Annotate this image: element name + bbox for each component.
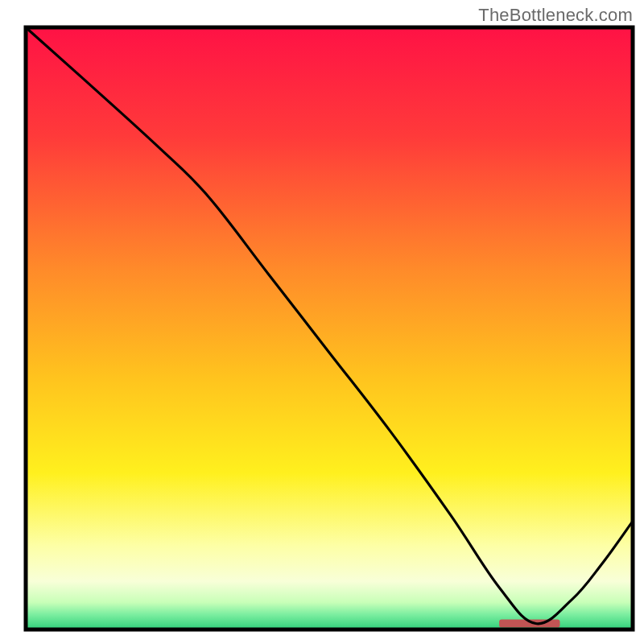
plot-background xyxy=(26,27,633,630)
chart-stage: TheBottleneck.com xyxy=(0,0,644,644)
chart-svg xyxy=(0,0,644,644)
watermark-text: TheBottleneck.com xyxy=(478,5,633,26)
